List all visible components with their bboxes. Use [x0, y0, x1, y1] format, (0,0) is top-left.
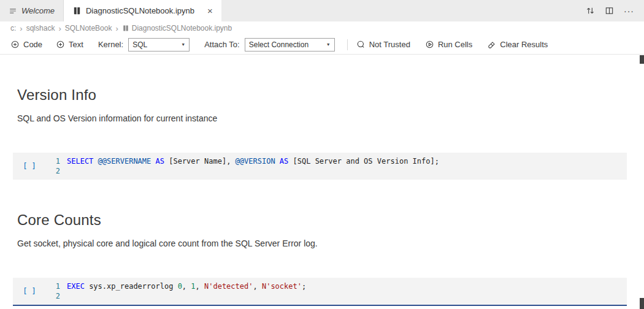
section-description: Get socket, physical core and logical co…: [17, 238, 627, 248]
line-number: 2: [46, 166, 60, 176]
tab-welcome[interactable]: Welcome: [0, 0, 64, 21]
add-code-label: Code: [23, 40, 42, 49]
section-heading-version-info: Version Info: [17, 86, 627, 104]
app-window: Welcome DiagnosticSQLNotebook.ipynb × ··…: [0, 0, 644, 309]
attach-to-dropdown-value: Select Connection: [249, 40, 309, 49]
breadcrumb-separator: ›: [58, 25, 61, 32]
more-actions-icon[interactable]: ···: [624, 6, 634, 16]
line-number: 2: [46, 291, 60, 301]
attach-to-label: Attach To:: [204, 40, 240, 49]
code-line: 1 EXEC sys.xp_readerrorlog 0, 1, N'detec…: [46, 281, 627, 291]
run-cells-label: Run Cells: [438, 40, 472, 49]
editor-tab-bar: Welcome DiagnosticSQLNotebook.ipynb × ··…: [0, 0, 644, 21]
code-editor[interactable]: 1 EXEC sys.xp_readerrorlog 0, 1, N'detec…: [46, 281, 627, 301]
code-cell-core-counts: [ ] 1 EXEC sys.xp_readerrorlog 0, 1, N'd…: [13, 278, 627, 306]
breadcrumb-separator: ›: [115, 25, 118, 32]
toggle-layout-icon[interactable]: [586, 6, 595, 15]
tab-notebook-label: DiagnosticSQLNotebook.ipynb: [86, 6, 194, 15]
section-description: SQL and OS Version information for curre…: [17, 113, 627, 123]
not-trusted-label: Not Trusted: [369, 40, 410, 49]
line-number: 1: [46, 281, 60, 291]
breadcrumb-item-file[interactable]: DiagnosticSQLNotebook.ipynb: [122, 24, 232, 32]
scrollbar-decoration[interactable]: [640, 298, 644, 309]
code-line: 1 SELECT @@SERVERNAME AS [Server Name], …: [46, 156, 627, 166]
clear-results-label: Clear Results: [500, 40, 548, 49]
kernel-dropdown-value: SQL: [132, 40, 147, 49]
split-editor-icon[interactable]: [605, 6, 614, 15]
cell-run-indicator[interactable]: [ ]: [13, 156, 46, 176]
attach-to-dropdown[interactable]: Select Connection ▼: [245, 38, 335, 52]
breadcrumb-separator: ›: [20, 25, 22, 32]
add-code-icon: [10, 40, 20, 49]
cell-run-indicator[interactable]: [ ]: [13, 281, 46, 301]
chevron-down-icon: ▼: [326, 42, 331, 47]
welcome-list-icon: [9, 7, 17, 15]
code-line: 2: [46, 166, 627, 176]
line-number: 1: [46, 156, 60, 166]
kernel-dropdown[interactable]: SQL ▼: [128, 38, 190, 52]
tab-notebook[interactable]: DiagnosticSQLNotebook.ipynb ×: [64, 0, 221, 21]
chevron-down-icon: ▼: [181, 42, 185, 47]
tab-welcome-label: Welcome: [21, 6, 55, 15]
tabbar-actions: ···: [586, 0, 644, 21]
breadcrumb-file-label: DiagnosticSQLNotebook.ipynb: [132, 24, 232, 32]
scrollbar-thumb[interactable]: [640, 55, 644, 64]
close-tab-icon[interactable]: ×: [207, 6, 213, 15]
section-heading-core-counts: Core Counts: [17, 212, 627, 229]
not-trusted-button[interactable]: Not Trusted: [356, 40, 410, 49]
run-cells-button[interactable]: Run Cells: [425, 40, 472, 49]
run-cells-play-icon: [425, 40, 434, 49]
clear-results-eraser-icon: [487, 40, 496, 49]
add-code-button[interactable]: Code: [10, 40, 42, 49]
code-editor[interactable]: 1 SELECT @@SERVERNAME AS [Server Name], …: [46, 156, 627, 176]
breadcrumb-item-folder[interactable]: sqlshack: [26, 24, 55, 32]
not-trusted-icon: [356, 40, 366, 49]
add-text-icon: [56, 40, 65, 49]
breadcrumb-item-drive[interactable]: c:: [10, 24, 16, 32]
code-line: 2: [46, 291, 627, 301]
toolbar-separator: [347, 39, 348, 50]
notebook-book-icon-small: [122, 25, 129, 32]
code-cell-version-info: [ ] 1 SELECT @@SERVERNAME AS [Server Nam…: [13, 153, 627, 180]
kernel-label: Kernel:: [98, 40, 123, 49]
add-text-button[interactable]: Text: [56, 40, 83, 49]
notebook-content: Version Info SQL and OS Version informat…: [0, 86, 644, 306]
notebook-book-icon: [72, 6, 82, 15]
add-text-label: Text: [69, 40, 83, 49]
code-text: EXEC sys.xp_readerrorlog 0, 1, N'detecte…: [67, 281, 306, 291]
notebook-toolbar: Code Text Kernel: SQL ▼ Attach To: Selec…: [0, 35, 644, 55]
tabbar-spacer: [221, 0, 586, 21]
code-text: SELECT @@SERVERNAME AS [Server Name], @@…: [67, 156, 439, 166]
breadcrumb-item-subfolder[interactable]: SQLNoteBook: [65, 24, 112, 32]
clear-results-button[interactable]: Clear Results: [487, 40, 548, 49]
breadcrumb: c: › sqlshack › SQLNoteBook › Diagnostic…: [0, 21, 644, 35]
